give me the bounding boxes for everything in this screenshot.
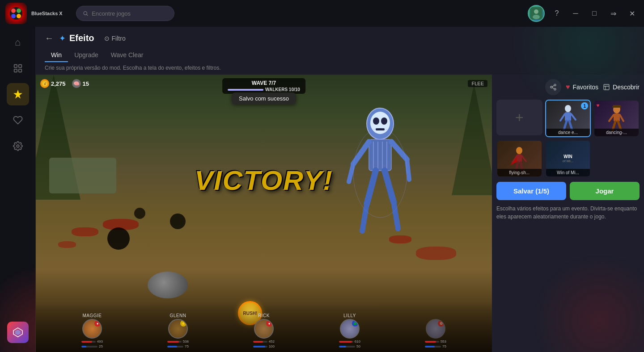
card-win[interactable]: WIN of MI... Win of Mi...	[545, 140, 591, 177]
char-sp-val-glenn: 75	[185, 344, 189, 348]
char-sp-val-rick: 100	[269, 344, 275, 348]
tab-wave-clear[interactable]: Wave Clear	[105, 49, 150, 62]
char-indicator-lilly: 🌲	[352, 320, 358, 327]
cards-grid: +	[496, 100, 640, 177]
svg-line-40	[552, 85, 555, 87]
svg-point-9	[533, 15, 540, 19]
svg-point-8	[534, 9, 538, 14]
brain-value: 15	[83, 80, 89, 87]
svg-rect-41	[604, 84, 609, 90]
minimize-button[interactable]: ─	[569, 7, 582, 20]
content-header: ← ✦ Efeito ⊙ Filtro	[36, 27, 644, 46]
char-hp-bar-maggie: 493	[81, 339, 103, 344]
game-and-panel: 💰 2,275 🧠 15 WAVE 7/7	[36, 75, 644, 352]
skeleton-character	[335, 101, 425, 244]
card-dance-svg	[557, 105, 579, 132]
help-button[interactable]: ?	[550, 7, 564, 20]
char-bars-lilly: 610 50	[339, 339, 360, 348]
svg-rect-13	[18, 69, 21, 72]
game-area: 💰 2,275 🧠 15 WAVE 7/7	[36, 75, 492, 352]
card-dancing-label: dancing-...	[594, 129, 639, 136]
char-sp-val-lilly2: 75	[442, 344, 446, 348]
close-button[interactable]: ✕	[625, 7, 639, 20]
svg-line-6	[86, 14, 88, 16]
char-rick: RICK ♦ 452 100	[253, 313, 275, 348]
card-flying[interactable]: flying-sh...	[496, 140, 542, 177]
svg-point-4	[17, 14, 21, 18]
svg-line-59	[522, 156, 526, 161]
coin-display: 💰 2,275	[40, 79, 66, 88]
char-avatar-glenn: ⚡	[168, 319, 188, 339]
main-layout: ⌂	[0, 27, 644, 352]
brain-icon: 🧠	[72, 79, 81, 88]
char-lilly2: . ⚙ 553 75	[425, 313, 446, 348]
skeleton-svg	[340, 106, 420, 240]
char-name-lilly2: .	[435, 313, 436, 318]
svg-line-29	[391, 142, 407, 159]
sidebar-item-mods[interactable]	[7, 83, 29, 105]
char-hp-bar-lilly: 610	[339, 339, 360, 344]
page-title-row: ✦ Efeito	[59, 33, 94, 43]
characters-bar: MAGGIE ♦ 493 2	[36, 303, 492, 352]
sidebar-item-home[interactable]: ⌂	[7, 31, 29, 54]
char-sp-val-lilly: 50	[356, 344, 360, 348]
victory-text: VICTORY!	[195, 164, 333, 196]
char-avatar-rick: ♦	[254, 319, 274, 339]
filter-label: Filtro	[112, 35, 126, 42]
back-button[interactable]: ←	[45, 33, 54, 43]
discover-button[interactable]: Descobrir	[603, 84, 640, 91]
tab-upgrade[interactable]: Upgrade	[68, 49, 105, 62]
svg-point-18	[370, 112, 390, 134]
card-flying-label: flying-sh...	[497, 169, 542, 176]
app-name: BlueStacks X	[31, 11, 63, 16]
char-name-lilly: LILLY	[343, 313, 356, 318]
char-lilly: LILLY 🌲 610 5	[339, 313, 360, 348]
svg-line-44	[560, 114, 565, 121]
sidebar-item-settings[interactable]	[7, 135, 29, 157]
maximize-button[interactable]: □	[588, 7, 601, 20]
search-input[interactable]	[92, 10, 168, 17]
sidebar-item-apps[interactable]	[7, 57, 29, 80]
svg-line-30	[407, 159, 409, 180]
svg-point-5	[84, 12, 87, 15]
card-dance[interactable]: dance e... 1	[545, 100, 591, 137]
char-sp-bar-lilly2: 75	[425, 344, 446, 348]
svg-line-51	[620, 115, 623, 121]
svg-point-3	[11, 14, 16, 18]
add-card-button[interactable]: +	[496, 100, 542, 135]
share-button[interactable]	[545, 79, 561, 95]
card-dance-label: dance e...	[546, 129, 590, 136]
search-bar[interactable]	[76, 6, 174, 21]
play-button[interactable]: Jogar	[570, 182, 640, 200]
save-button[interactable]: Salvar (1/5)	[496, 182, 566, 200]
svg-rect-55	[613, 105, 620, 107]
panel-actions: ♥ Favoritos Descobrir	[496, 79, 640, 95]
wave-text: WAVE 7/7	[228, 80, 300, 86]
sidebar-bottom	[7, 322, 29, 348]
blood-spot-1	[72, 227, 98, 236]
svg-point-14	[17, 145, 19, 147]
sidebar-item-favorites[interactable]	[7, 109, 29, 131]
char-bars-lilly2: 553 75	[425, 339, 446, 348]
heart-icon: ♥	[566, 83, 570, 91]
filter-icon: ⊙	[104, 35, 110, 42]
card-dancing[interactable]: dancing-... ♥	[593, 100, 640, 137]
ink-spot-3	[134, 208, 145, 219]
svg-rect-43	[565, 112, 571, 121]
char-name-rick: RICK	[258, 313, 270, 318]
tab-win[interactable]: Win	[45, 49, 68, 62]
page-title: Efeito	[69, 33, 94, 43]
svg-line-45	[571, 114, 576, 120]
user-avatar[interactable]	[528, 5, 545, 22]
char-sp-bar-glenn: 75	[167, 344, 189, 348]
card-win-label: Win of Mi...	[546, 169, 590, 176]
external-button[interactable]: ⇒	[606, 7, 620, 20]
char-name-glenn: GLENN	[170, 313, 186, 318]
ink-spot-2	[170, 214, 186, 229]
svg-rect-49	[614, 113, 620, 122]
char-hp-bar-lilly2: 553	[425, 339, 446, 344]
sidebar-logo-bottom	[7, 322, 29, 343]
svg-line-53	[618, 122, 621, 129]
favorites-button[interactable]: ♥ Favoritos	[566, 83, 598, 91]
filter-button[interactable]: ⊙ Filtro	[104, 35, 126, 42]
